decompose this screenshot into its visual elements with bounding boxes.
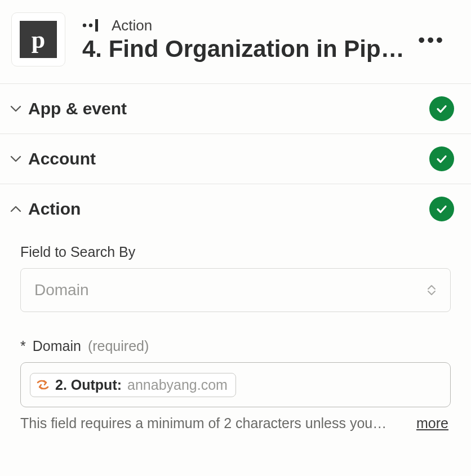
help-row: This field requires a minimum of 2 chara… <box>20 415 451 431</box>
action-step-icon <box>82 17 104 33</box>
required-mark: * <box>20 338 26 354</box>
header-kicker: Action <box>82 17 412 34</box>
chevron-down-icon <box>3 155 28 163</box>
step-title: 4. Find Organization in Pip… <box>82 35 412 63</box>
section-action[interactable]: Action <box>0 184 471 238</box>
field-label-search-by: Field to Search By <box>20 244 451 260</box>
field-label-domain: * Domain (required) <box>20 338 451 354</box>
action-form: Field to Search By Domain * Domain (requ… <box>0 238 471 431</box>
mapped-value-pill[interactable]: 2. Output: annabyang.com <box>30 373 236 397</box>
app-icon: p <box>11 12 65 66</box>
section-label: App & event <box>28 99 429 118</box>
svg-point-1 <box>89 24 92 27</box>
header-titles: Action 4. Find Organization in Pip… <box>82 17 412 63</box>
more-menu-button[interactable]: ••• <box>412 23 451 56</box>
status-complete-icon <box>429 197 454 221</box>
select-caret-icon <box>426 284 437 296</box>
domain-input[interactable]: 2. Output: annabyang.com <box>20 362 451 407</box>
chevron-down-icon <box>3 105 28 113</box>
pill-value: annabyang.com <box>127 377 228 393</box>
search-by-select[interactable]: Domain <box>20 268 451 312</box>
section-account[interactable]: Account <box>0 134 471 184</box>
chevron-up-icon <box>3 205 28 213</box>
mapped-field-icon <box>36 379 50 391</box>
help-text: This field requires a minimum of 2 chara… <box>20 415 405 431</box>
section-label: Action <box>28 199 429 219</box>
pill-label: 2. Output: <box>55 377 122 393</box>
field-name: Domain <box>33 338 81 354</box>
svg-point-0 <box>83 24 86 27</box>
select-value: Domain <box>34 281 88 299</box>
svg-rect-2 <box>95 19 98 32</box>
app-letter: p <box>20 21 57 58</box>
required-note: (required) <box>88 338 149 354</box>
kicker-label: Action <box>112 17 152 34</box>
more-link[interactable]: more <box>416 415 451 431</box>
status-complete-icon <box>429 146 454 171</box>
section-app-event[interactable]: App & event <box>0 83 471 134</box>
section-label: Account <box>28 149 429 168</box>
status-complete-icon <box>429 96 454 121</box>
step-header: p Action 4. Find Organization in Pip… ••… <box>0 0 471 83</box>
